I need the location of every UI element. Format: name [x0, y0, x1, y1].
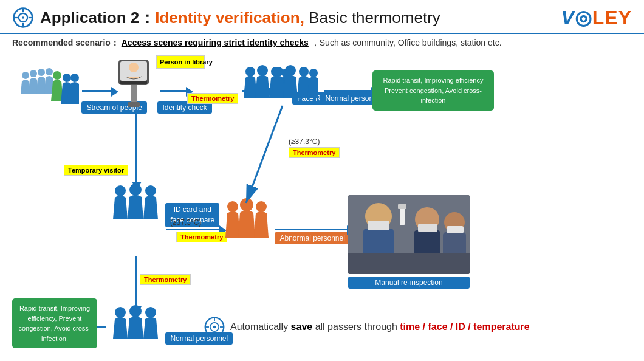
auto-save-section: Automatically save all passers through t… [204, 316, 530, 338]
abnormal-personnel-group: Abnormal personnel [221, 198, 350, 244]
app-icon [12, 7, 34, 29]
svg-point-11 [53, 71, 61, 80]
svg-point-31 [227, 201, 238, 212]
normal-people-bottom-icon [108, 304, 163, 341]
svg-point-25 [285, 65, 296, 76]
svg-point-9 [38, 69, 45, 76]
svg-point-29 [129, 184, 142, 196]
svg-rect-15 [128, 102, 140, 107]
svg-point-51 [145, 307, 156, 318]
arrow-normal-to-green [324, 90, 372, 92]
svg-point-7 [22, 72, 29, 79]
svg-rect-46 [400, 207, 405, 225]
recommended-scenario: Recommended scenario： Access scenes requ… [0, 34, 644, 52]
svg-point-20 [245, 67, 255, 77]
brand-logo: V◎LEY [561, 6, 632, 29]
svg-point-8 [30, 70, 37, 77]
header-left: Application 2：Identity verification, Bas… [12, 7, 440, 29]
svg-point-24 [273, 67, 283, 77]
svg-point-27 [309, 69, 318, 77]
svg-point-21 [257, 65, 268, 76]
svg-point-50 [129, 305, 142, 317]
manual-inspection-label: Manual re-inspection [348, 277, 470, 289]
svg-rect-48 [348, 253, 470, 274]
svg-point-49 [115, 307, 126, 318]
auto-save-text: Automatically save all passers through t… [230, 321, 530, 332]
manual-inspection-photo [348, 195, 470, 274]
svg-point-32 [240, 198, 253, 211]
green-box-bottom: Rapid transit, Improving efficiency, Pre… [12, 298, 97, 348]
svg-point-33 [256, 201, 267, 212]
arrow-id-card-down [135, 256, 137, 308]
temporary-visitor-tag: Temporary visitor [64, 165, 128, 176]
id-card-group: ID card and face compare [108, 183, 219, 227]
target-icon [204, 316, 225, 338]
page-title: Application 2：Identity verification, Bas… [40, 7, 440, 29]
svg-rect-47 [398, 204, 406, 209]
id-card-people-icon [108, 183, 163, 222]
manual-inspection-group: Manual re-inspection [348, 195, 470, 289]
svg-point-18 [129, 63, 139, 72]
arrow-abnormal-to-manual [275, 229, 348, 230]
svg-point-28 [115, 185, 126, 196]
svg-rect-42 [418, 224, 437, 232]
main-content: Stream of people Person in library [0, 52, 644, 344]
thermometry-tag-3: Thermometry [140, 274, 191, 285]
svg-point-2 [22, 16, 24, 19]
svg-point-13 [70, 74, 79, 82]
svg-rect-14 [131, 83, 137, 104]
page-header: Application 2：Identity verification, Bas… [0, 0, 644, 34]
thermometry-tag-1: Thermometry [187, 93, 238, 104]
thermometry-diag-tag: Thermometry [289, 147, 340, 158]
temp-threshold-1: (≥37.3°C) [170, 218, 201, 227]
svg-point-10 [46, 68, 53, 75]
svg-point-26 [299, 67, 309, 77]
arrow-stream-to-identity [82, 90, 112, 92]
svg-rect-19 [120, 81, 147, 84]
identity-device-icon [112, 58, 155, 110]
arrow-identity-down [135, 110, 137, 183]
arrow-identity-to-face [160, 90, 187, 92]
flow-diagram: Stream of people Person in library [9, 52, 635, 344]
abnormal-personnel-label: Abnormal personnel [275, 232, 349, 244]
svg-point-54 [213, 326, 216, 329]
thermometry-tag-2-label: Thermometry [176, 232, 227, 242]
svg-rect-45 [447, 226, 464, 233]
abnormal-people-icon [221, 198, 272, 241]
svg-point-12 [63, 74, 71, 82]
arrow-face-to-normal [242, 90, 269, 92]
green-box-top: Rapid transit, Improving efficiency Prev… [372, 70, 494, 111]
stream-people-icon [18, 64, 79, 110]
svg-point-30 [145, 185, 156, 196]
normal-personnel-top-group: Normal personnel [269, 64, 388, 105]
temp-threshold-diag: (≥37.3°C) Thermometry [289, 137, 340, 158]
arrow-id-to-abnormal [166, 229, 221, 230]
normal-people-top-icon [269, 64, 318, 101]
svg-line-35 [246, 106, 283, 203]
svg-rect-39 [368, 221, 389, 230]
